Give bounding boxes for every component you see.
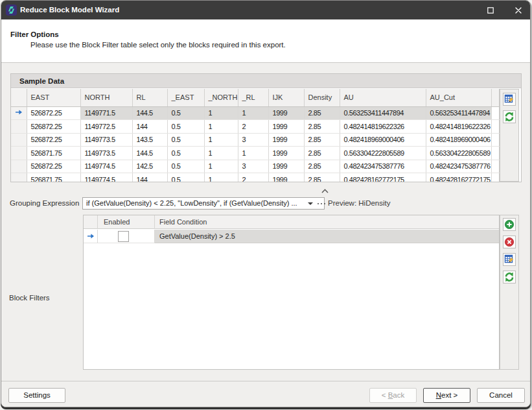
cell[interactable]: 1149773.5 <box>80 147 132 160</box>
cell[interactable]: 1999 <box>268 120 304 134</box>
cell[interactable]: 0.5 <box>167 120 204 134</box>
column-header-east[interactable]: EAST <box>27 89 80 106</box>
column-header-_rl[interactable]: _RL <box>238 89 268 106</box>
column-header-au_cut[interactable]: AU_Cut <box>426 89 491 106</box>
cell[interactable]: 526872.25 <box>27 160 80 173</box>
field-condition-cell[interactable]: GetValue(Density) > 2.5 <box>155 230 499 243</box>
cell[interactable]: 1 <box>238 106 268 120</box>
cell[interactable]: 0.482414819622326 <box>340 120 426 134</box>
cell[interactable]: 1999 <box>268 133 304 147</box>
cell[interactable]: 1149772.5 <box>80 120 132 134</box>
back-button[interactable]: < Back <box>369 388 417 403</box>
column-header-rl[interactable]: RL <box>132 89 167 106</box>
maximize-button[interactable] <box>480 1 502 19</box>
enabled-checkbox[interactable] <box>118 231 129 242</box>
cancel-button[interactable]: Cancel <box>477 388 525 403</box>
cell[interactable]: 0.482423475387776 <box>426 160 491 173</box>
cell[interactable]: 0.482428162772175 <box>426 173 491 182</box>
add-filter-button[interactable] <box>503 218 516 231</box>
grouping-expression-field[interactable]: if (GetValue(Density) < 2.25, "LowDensit… <box>82 197 325 210</box>
next-button[interactable]: Next > <box>423 388 470 403</box>
cell[interactable]: 0.5 <box>167 173 204 182</box>
column-header-_east[interactable]: _EAST <box>167 89 204 106</box>
cell[interactable]: 1 <box>238 147 268 160</box>
cell[interactable]: 2.85 <box>304 147 340 160</box>
cell[interactable]: 526872.25 <box>27 120 80 134</box>
cell[interactable]: 1149773.5 <box>80 133 132 147</box>
cell[interactable]: 144.5 <box>132 147 167 160</box>
cell[interactable]: 142.5 <box>132 160 167 173</box>
cell[interactable]: 1 <box>204 120 238 134</box>
dropdown-arrow-icon[interactable] <box>308 202 313 205</box>
cell[interactable]: 3 <box>238 133 268 147</box>
table-row[interactable]: 526872.251149771.5144.50.51119992.850.56… <box>11 106 499 120</box>
cell[interactable]: 1999 <box>268 160 304 173</box>
cell[interactable]: 0.482418969000406 <box>340 133 426 147</box>
table-row[interactable]: 526871.751149774.51440.51219992.850.4824… <box>11 173 499 182</box>
cell[interactable]: 526871.75 <box>27 147 80 160</box>
cell[interactable]: 1149771.5 <box>80 106 132 120</box>
cell[interactable]: 0.563253411447894 <box>340 106 426 120</box>
settings-button[interactable]: Settings <box>8 388 65 403</box>
cell[interactable]: 144 <box>132 173 167 182</box>
customize-filters-grid-button[interactable] <box>503 253 516 266</box>
titlebar[interactable]: Reduce Block Model Wizard <box>1 1 530 19</box>
cell[interactable]: 2.85 <box>304 106 340 120</box>
cell[interactable]: 0.482418969000406 <box>426 133 491 147</box>
cell[interactable]: 0.5 <box>167 133 204 147</box>
cell[interactable]: 0.482428162772175 <box>340 173 426 182</box>
field-condition-column-header[interactable]: Field Condition <box>155 215 499 229</box>
cell[interactable]: 0.5 <box>167 160 204 173</box>
close-button[interactable] <box>507 1 529 19</box>
cell[interactable]: 2.85 <box>304 133 340 147</box>
cell[interactable]: 1999 <box>268 147 304 160</box>
cell[interactable]: 2.85 <box>304 173 340 182</box>
cell[interactable]: 526872.25 <box>27 106 80 120</box>
cell[interactable]: 0.5 <box>167 147 204 160</box>
cell[interactable]: 1149774.5 <box>80 173 132 182</box>
table-row[interactable]: 526872.251149774.5142.50.51319992.850.48… <box>11 160 499 173</box>
cell[interactable]: 2.85 <box>304 160 340 173</box>
refresh-sample-button[interactable] <box>503 110 516 123</box>
cell[interactable]: 2 <box>238 120 268 134</box>
cell[interactable]: 0.563304222805589 <box>426 147 491 160</box>
cell[interactable]: 0.563304222805589 <box>340 147 426 160</box>
cell[interactable]: 144.5 <box>132 106 167 120</box>
enabled-column-header[interactable]: Enabled <box>98 215 155 229</box>
cell[interactable]: 1999 <box>268 106 304 120</box>
cell[interactable]: 526871.75 <box>27 173 80 182</box>
block-filters-grid[interactable]: Enabled Field Condition GetValue(Density… <box>83 215 500 370</box>
cell[interactable]: 0.482423475387776 <box>340 160 426 173</box>
table-row[interactable]: 526872.251149773.5143.50.51319992.850.48… <box>11 133 499 147</box>
cell[interactable]: 1 <box>204 147 238 160</box>
cell[interactable]: 1 <box>204 106 238 120</box>
cell[interactable]: 1 <box>204 160 238 173</box>
cell[interactable]: 3 <box>238 160 268 173</box>
cell[interactable]: 0.563253411447894 <box>426 106 491 120</box>
delete-filter-button[interactable] <box>503 235 516 248</box>
column-header-au[interactable]: AU <box>340 89 426 106</box>
cell[interactable]: 1149774.5 <box>80 160 132 173</box>
column-header-density[interactable]: Density <box>304 89 340 106</box>
splitter-collapse-handle[interactable] <box>321 184 329 196</box>
sample-data-grid[interactable]: EASTNORTHRL_EAST_NORTH_RLIJKDensityAUAU_… <box>11 89 500 182</box>
cell[interactable]: 144 <box>132 120 167 134</box>
cell[interactable]: 1 <box>204 133 238 147</box>
cell[interactable]: 143.5 <box>132 133 167 147</box>
cell[interactable]: 526872.25 <box>27 133 80 147</box>
column-header-north[interactable]: NORTH <box>80 89 132 106</box>
refresh-filters-button[interactable] <box>503 271 516 283</box>
table-row[interactable]: 526872.251149772.51440.51219992.850.4824… <box>11 120 499 134</box>
customize-grid-button[interactable] <box>503 93 516 106</box>
ellipsis-button[interactable] <box>318 203 327 205</box>
cell[interactable]: 0.482414819622326 <box>426 120 491 134</box>
cell[interactable]: 1999 <box>268 173 304 182</box>
column-header-_north[interactable]: _NORTH <box>204 89 238 106</box>
cell[interactable]: 0.5 <box>167 106 204 120</box>
table-row[interactable]: 526871.751149773.5144.50.51119992.850.56… <box>11 147 499 160</box>
block-filter-row[interactable]: GetValue(Density) > 2.5 <box>84 230 499 243</box>
column-header-ijk[interactable]: IJK <box>268 89 304 106</box>
cell[interactable]: 2.85 <box>304 120 340 134</box>
cell[interactable]: 1 <box>204 173 238 182</box>
cell[interactable]: 2 <box>238 173 268 182</box>
